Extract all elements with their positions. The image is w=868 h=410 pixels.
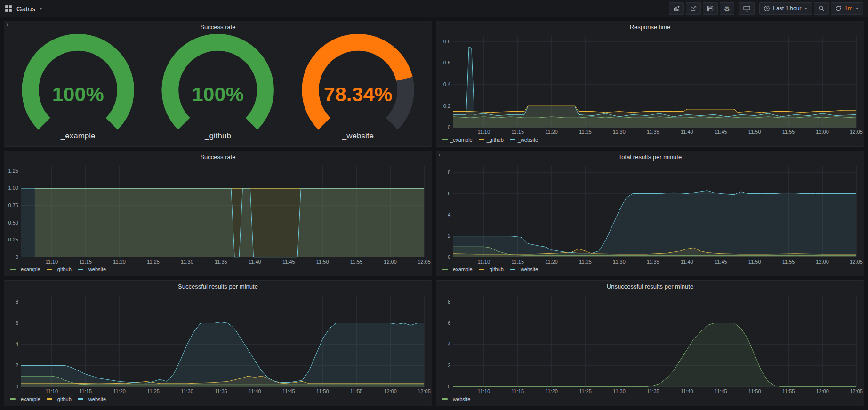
svg-text:11:25: 11:25 [579, 388, 592, 394]
legend-series-name: _example [450, 137, 473, 143]
series-line [453, 106, 856, 113]
legend-item-website[interactable]: _website [442, 396, 470, 402]
legend-item-example[interactable]: _example [10, 266, 40, 272]
svg-text:12:00: 12:00 [384, 388, 397, 394]
svg-text:2: 2 [448, 362, 450, 368]
refresh-button[interactable]: 1m [831, 2, 863, 15]
panel-info-icon[interactable]: i [7, 22, 8, 27]
dashboard-grid-icon[interactable] [5, 5, 12, 12]
gauge-label: _website [288, 131, 428, 145]
caret-down-icon [804, 8, 808, 10]
time-series-plot[interactable]: 0246811:1011:1511:2011:2511:3011:3511:40… [436, 292, 864, 395]
legend-series-color [510, 139, 515, 140]
svg-text:11:45: 11:45 [282, 388, 295, 394]
time-series-plot[interactable]: 0246811:1011:1511:2011:2511:3011:3511:40… [4, 292, 432, 395]
svg-text:0: 0 [448, 384, 450, 389]
panel-title[interactable]: Successful results per minute [4, 281, 432, 292]
panel-info-icon[interactable]: i [439, 152, 440, 157]
series-area [453, 190, 856, 257]
legend-series-name: _example [18, 396, 40, 402]
legend-series-color [479, 269, 484, 270]
legend-item-website[interactable]: _website [510, 266, 538, 272]
svg-text:11:15: 11:15 [511, 129, 524, 135]
panel-title[interactable]: Success rate [4, 21, 432, 33]
zoom-out-button[interactable] [814, 2, 829, 15]
gauge: 100% [8, 33, 148, 131]
legend-item-github[interactable]: _github [47, 266, 72, 272]
panel-success-rate-timeseries: Success rate 00.250.500.751.001.2511:101… [4, 151, 432, 277]
legend-item-website[interactable]: _website [78, 396, 106, 402]
time-picker-button[interactable]: Last 1 hour [759, 2, 812, 15]
share-icon [690, 5, 697, 12]
svg-text:4: 4 [448, 212, 450, 217]
legend-item-example[interactable]: _example [442, 266, 473, 272]
gauge-cell-example: 100% _example [8, 33, 148, 145]
panel-unsuccessful-results: Unsuccessful results per minute 0246811:… [436, 280, 864, 406]
svg-text:11:10: 11:10 [45, 258, 58, 264]
panel-title[interactable]: Response time [436, 21, 864, 33]
svg-text:11:35: 11:35 [215, 258, 227, 264]
svg-text:2: 2 [448, 233, 450, 239]
svg-text:11:25: 11:25 [579, 129, 592, 135]
series-area [453, 47, 856, 128]
legend-item-website[interactable]: _website [510, 137, 538, 143]
svg-text:2: 2 [16, 362, 18, 368]
svg-text:1.00: 1.00 [8, 185, 18, 191]
legend-series-color [510, 269, 515, 270]
share-button[interactable] [686, 2, 701, 15]
svg-text:0: 0 [16, 254, 18, 260]
svg-text:8: 8 [16, 299, 18, 305]
svg-text:11:55: 11:55 [782, 258, 795, 264]
gauge-cell-website: 78.34% _website [288, 33, 428, 145]
time-series-plot[interactable]: 00.20.40.60.811:1011:1511:2011:2511:3011… [436, 33, 864, 136]
add-panel-button[interactable] [669, 2, 684, 15]
svg-text:0.50: 0.50 [8, 219, 18, 225]
legend-item-github[interactable]: _github [479, 137, 504, 143]
legend-series-color [442, 269, 448, 270]
svg-text:11:15: 11:15 [511, 258, 524, 264]
dashboard-title-dropdown[interactable]: Gatus [16, 5, 43, 13]
svg-text:8: 8 [448, 299, 450, 305]
series-area [21, 188, 424, 257]
svg-text:11:25: 11:25 [147, 388, 160, 394]
time-series-plot[interactable]: 00.250.500.751.001.2511:1011:1511:2011:2… [4, 163, 432, 266]
legend-item-example[interactable]: _example [10, 396, 40, 402]
legend-series-color [442, 398, 448, 400]
legend-item-example[interactable]: _example [442, 137, 473, 143]
svg-text:0.25: 0.25 [8, 237, 18, 242]
svg-text:11:50: 11:50 [316, 258, 329, 264]
dashboard-grid: i Success rate 100% _example 100% _githu… [0, 17, 868, 410]
svg-text:12:00: 12:00 [816, 388, 829, 394]
legend-item-github[interactable]: _github [479, 266, 504, 272]
settings-button[interactable]: ⚙ [720, 2, 734, 15]
svg-text:11:10: 11:10 [45, 388, 58, 394]
add-panel-icon [673, 5, 680, 12]
svg-text:11:40: 11:40 [681, 388, 693, 394]
gauge: 100% [148, 33, 288, 131]
legend-series-name: _example [18, 266, 40, 272]
svg-text:11:30: 11:30 [181, 388, 193, 394]
svg-text:11:45: 11:45 [715, 388, 727, 394]
svg-text:11:55: 11:55 [350, 388, 363, 394]
zoom-out-icon [818, 5, 825, 12]
panel-title[interactable]: Success rate [4, 151, 432, 163]
svg-text:4: 4 [448, 341, 450, 347]
panel-title[interactable]: Total results per minute [436, 151, 864, 163]
svg-text:11:45: 11:45 [282, 258, 295, 264]
legend: _website [436, 395, 864, 406]
tv-mode-button[interactable] [739, 2, 755, 15]
svg-text:11:10: 11:10 [477, 258, 490, 264]
svg-text:11:35: 11:35 [647, 388, 659, 394]
legend-item-github[interactable]: _github [47, 396, 72, 402]
svg-text:12:00: 12:00 [384, 258, 397, 264]
svg-text:11:55: 11:55 [350, 258, 363, 264]
svg-text:0: 0 [448, 254, 450, 260]
gauge-value: 78.34% [323, 83, 392, 105]
legend-series-color [10, 269, 16, 270]
save-button[interactable] [703, 2, 718, 15]
legend-series-name: _website [86, 396, 106, 402]
time-series-plot[interactable]: 0246811:1011:1511:2011:2511:3011:3511:40… [436, 163, 864, 266]
panel-title[interactable]: Unsuccessful results per minute [436, 281, 864, 292]
svg-text:0.8: 0.8 [443, 39, 450, 44]
legend-item-website[interactable]: _website [78, 266, 106, 272]
